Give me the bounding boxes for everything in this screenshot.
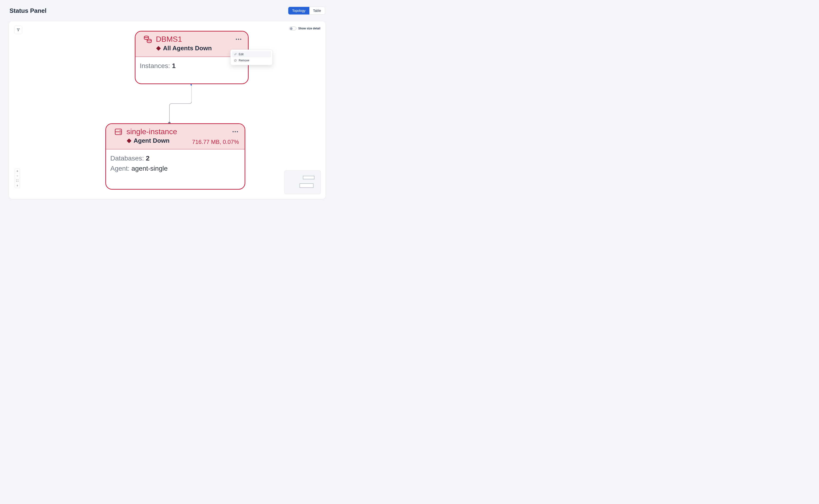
node-header: DBMS1 All Agents Down Edit Rem [135, 32, 248, 57]
zoom-controls: + − [15, 169, 20, 188]
agent-label: Agent: [110, 163, 129, 174]
dbms-title: DBMS1 [156, 35, 182, 44]
arrow-down-icon [16, 184, 18, 187]
view-toggle: Topology Table [288, 7, 325, 15]
node-body: Databases: 2 Agent: agent-single [106, 149, 245, 178]
status-text: All Agents Down [163, 45, 212, 52]
instance-size: 716.77 MB, 0.07% [192, 139, 239, 145]
instance-title: single-instance [126, 127, 177, 136]
agent-value: agent-single [131, 163, 168, 174]
context-menu: Edit Remove [231, 50, 273, 65]
instance-node[interactable]: single-instance Agent Down 716.77 MB, 0.… [105, 123, 245, 190]
svg-point-8 [120, 130, 120, 131]
node-title-row: DBMS1 [143, 35, 240, 44]
svg-point-9 [120, 133, 120, 133]
instance-icon [114, 128, 123, 136]
node-header: single-instance Agent Down 716.77 MB, 0.… [106, 124, 245, 149]
status-row: All Agents Down [143, 45, 240, 52]
databases-value: 2 [146, 153, 150, 163]
status-diamond-icon [156, 46, 161, 51]
context-menu-remove[interactable]: Remove [232, 57, 271, 64]
svg-point-0 [190, 84, 192, 86]
zoom-fit-button[interactable] [15, 178, 20, 183]
fit-icon [16, 179, 18, 182]
more-icon [236, 39, 237, 40]
context-edit-label: Edit [239, 53, 244, 56]
instances-label: Instances: [140, 61, 170, 71]
status-diamond-icon [127, 138, 131, 143]
svg-line-5 [235, 60, 236, 61]
topology-panel: Show size detail DBMS1 [9, 21, 326, 199]
context-menu-edit[interactable]: Edit [232, 51, 271, 57]
instances-value: 1 [172, 61, 176, 71]
zoom-in-button[interactable]: + [15, 169, 20, 174]
minimap[interactable] [284, 170, 321, 194]
view-table-button[interactable]: Table [309, 7, 325, 14]
zoom-out-button[interactable]: − [15, 174, 20, 178]
zoom-down-button[interactable] [15, 183, 20, 188]
minimap-node [303, 176, 314, 179]
dbms-node[interactable]: DBMS1 All Agents Down Edit Rem [135, 31, 249, 84]
connector-line [135, 84, 192, 124]
minimap-node [300, 183, 313, 188]
more-icon [233, 131, 234, 132]
databases-line: Databases: 2 [110, 153, 240, 163]
status-text: Agent Down [133, 137, 169, 144]
node-title-row: single-instance [114, 127, 237, 136]
instances-line: Instances: 1 [140, 61, 244, 71]
page-title: Status Panel [9, 7, 46, 14]
dbms-more-button[interactable] [234, 35, 243, 43]
context-remove-label: Remove [239, 59, 249, 62]
databases-label: Databases: [110, 153, 144, 163]
header: Status Panel Topology Table [0, 0, 335, 17]
topology-canvas[interactable]: DBMS1 All Agents Down Edit Rem [9, 21, 326, 199]
edit-icon [234, 53, 237, 56]
agent-line: Agent: agent-single [110, 163, 240, 174]
view-topology-button[interactable]: Topology [288, 7, 309, 14]
svg-point-2 [144, 36, 148, 37]
dbms-icon [143, 35, 152, 44]
remove-icon [234, 59, 237, 62]
svg-point-3 [147, 39, 151, 41]
instance-more-button[interactable] [231, 128, 240, 135]
